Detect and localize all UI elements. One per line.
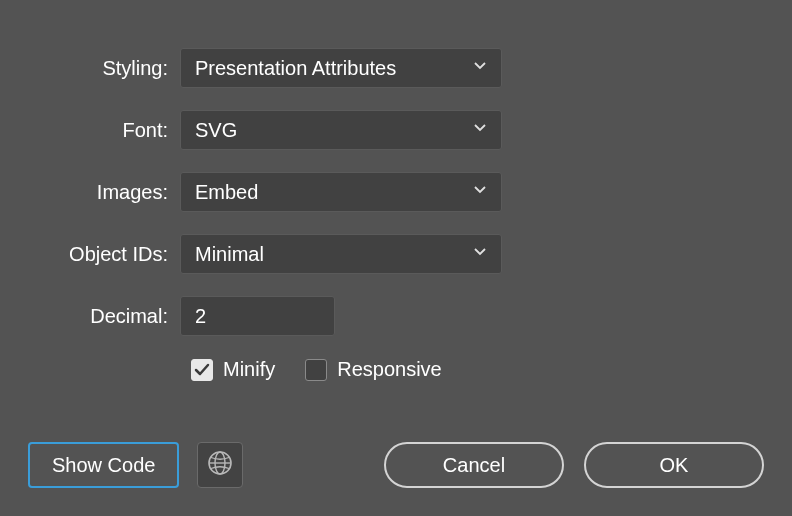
chevron-down-icon [473,247,487,261]
responsive-checkbox-item[interactable]: Responsive [305,358,442,381]
styling-label: Styling: [28,57,180,80]
ok-button[interactable]: OK [584,442,764,488]
font-dropdown[interactable]: SVG [180,110,502,150]
objectids-value: Minimal [195,243,264,266]
images-dropdown[interactable]: Embed [180,172,502,212]
globe-icon [207,450,233,481]
responsive-label: Responsive [337,358,442,381]
decimal-input[interactable]: 2 [180,296,335,336]
objectids-label: Object IDs: [28,243,180,266]
minify-label: Minify [223,358,275,381]
responsive-checkbox[interactable] [305,359,327,381]
globe-button[interactable] [197,442,243,488]
styling-dropdown[interactable]: Presentation Attributes [180,48,502,88]
chevron-down-icon [473,185,487,199]
font-value: SVG [195,119,237,142]
minify-checkbox[interactable] [191,359,213,381]
minify-checkbox-item[interactable]: Minify [191,358,275,381]
show-code-button[interactable]: Show Code [28,442,179,488]
decimal-label: Decimal: [28,305,180,328]
objectids-dropdown[interactable]: Minimal [180,234,502,274]
chevron-down-icon [473,61,487,75]
images-value: Embed [195,181,258,204]
decimal-value: 2 [195,305,206,328]
styling-value: Presentation Attributes [195,57,396,80]
cancel-button[interactable]: Cancel [384,442,564,488]
font-label: Font: [28,119,180,142]
chevron-down-icon [473,123,487,137]
images-label: Images: [28,181,180,204]
